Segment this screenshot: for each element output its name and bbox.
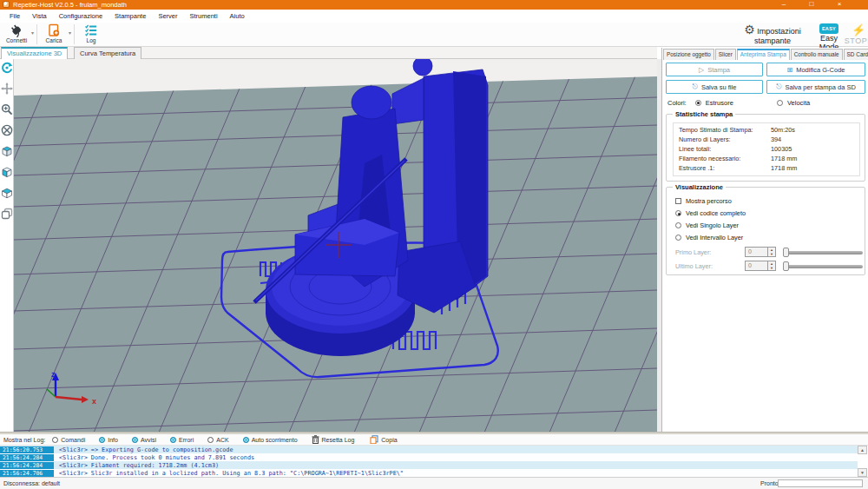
log-row: 21:56:20.753<Slic3r> => Exporting G-code… <box>0 446 858 453</box>
move-view-icon[interactable] <box>1 83 13 95</box>
log-timestamp: 21:56:20.753 <box>0 446 54 453</box>
ready-status: Pronto <box>760 480 779 486</box>
toolbar-divider <box>74 24 75 44</box>
copy-log-button[interactable]: Copia <box>370 435 397 444</box>
reset-log-button[interactable]: Resetta Log <box>312 435 355 444</box>
radio-layer-range[interactable]: Vedi Intervallo Layer <box>675 234 743 241</box>
spinner-arrows-icon[interactable]: ▲▼ <box>767 261 775 270</box>
menu-file[interactable]: File <box>3 12 26 20</box>
stat-value: 100305 <box>771 144 792 154</box>
toggle-comandi[interactable]: Comandi <box>52 437 85 443</box>
radio-velocita-icon <box>777 100 783 106</box>
menu-stampante[interactable]: Stampante <box>108 12 152 20</box>
zoom-icon[interactable] <box>1 103 13 116</box>
printer-settings-button[interactable]: ⚙ Impostazioni stampante <box>731 23 814 45</box>
print-statistics-group: Statistiche stampa Tempo Stimato di Stam… <box>666 114 865 182</box>
last-layer-label: Ultimo Layer: <box>675 262 713 270</box>
stat-row: Numero di Layers: 394 <box>674 135 861 144</box>
toggle-auto-scroll-label: Auto scorrimento <box>252 437 298 443</box>
emergency-stop-button[interactable]: ⚡ STOP!! <box>844 23 868 45</box>
menu-vista[interactable]: Vista <box>26 12 53 20</box>
first-layer-spinner[interactable]: 0 ▲▼ <box>745 247 776 257</box>
last-layer-slider[interactable] <box>783 265 863 268</box>
log-label: Log <box>76 37 106 44</box>
stat-value: 1718 mm <box>771 154 797 163</box>
print-button-label: Stampa <box>707 66 730 74</box>
stat-row: Estrusore .1: 1718 mm <box>674 163 861 173</box>
tab-curva-temperatura[interactable]: Curva Temperatura <box>74 47 141 59</box>
show-path-checkbox[interactable]: Mostra percorso <box>675 197 732 205</box>
connect-dropdown-icon[interactable]: ▾ <box>31 30 34 36</box>
scroll-down-icon[interactable]: ▼ <box>858 468 867 477</box>
menu-server[interactable]: Server <box>152 12 183 20</box>
right-tab-strip: Posizione oggetto Slicer Anteprima Stamp… <box>663 49 868 60</box>
toggle-ack[interactable]: ACK <box>207 437 228 443</box>
last-layer-value: 0 <box>748 262 752 268</box>
stat-label: Linee totali: <box>679 144 711 154</box>
svg-text:x: x <box>92 397 96 406</box>
view-tab-strip: Visualizzazione 3D Curva Temperatura <box>0 47 657 59</box>
print-statistics-box: Tempo Stimato di Stampa: 50m:20s Numero … <box>673 122 860 176</box>
checkbox-icon <box>675 198 681 204</box>
edit-gcode-label: Modifica G-Code <box>796 66 845 74</box>
save-for-sd-button[interactable]: ⎋ Salva per stampa da SD <box>766 80 865 94</box>
slider-handle[interactable] <box>783 248 789 257</box>
tab-sd-card[interactable]: SD Card <box>844 49 868 60</box>
front-view-icon[interactable] <box>1 166 13 178</box>
print-button[interactable]: ▷ Stampa <box>666 63 763 76</box>
load-button[interactable]: Carica <box>39 23 69 46</box>
log-message: <Slic3r> Slic3r installed in a loclized … <box>54 470 404 477</box>
export-icon: ⎋ <box>693 83 698 91</box>
log-row: 21:56:24.284<Slic3r> Filament required: … <box>0 461 858 469</box>
3d-viewport[interactable]: z x <box>14 59 657 433</box>
radio-velocita[interactable]: Velocità <box>777 99 810 107</box>
fit-view-icon[interactable] <box>1 124 13 136</box>
toggle-log-button[interactable]: Log <box>76 23 106 46</box>
save-to-file-button[interactable]: ⎋ Salva su file <box>666 80 763 94</box>
radio-full-code-label: Vedi codice completo <box>686 209 746 217</box>
maximize-button[interactable]: □ <box>800 0 823 10</box>
menu-strumenti[interactable]: Strumenti <box>183 12 223 20</box>
radio-full-code[interactable]: Vedi codice completo <box>675 209 746 217</box>
first-layer-slider[interactable] <box>783 251 863 254</box>
log-row: 21:56:24.284<Slic3r> Done. Process took … <box>0 453 858 461</box>
menu-aiuto[interactable]: Aiuto <box>224 12 251 20</box>
tab-posizione-oggetto[interactable]: Posizione oggetto <box>663 49 714 60</box>
log-scrollbar[interactable]: ▲ ▼ <box>858 446 867 477</box>
menu-configurazione[interactable]: Configurazione <box>53 12 108 20</box>
isometric-view-icon[interactable] <box>1 145 13 157</box>
stat-label: Numero di Layers: <box>679 135 731 144</box>
stat-row: Linee totali: 100305 <box>674 144 861 154</box>
view-tool-strip <box>0 59 14 433</box>
tab-slicer[interactable]: Slicer <box>715 49 736 60</box>
spinner-arrows-icon[interactable]: ▲▼ <box>767 248 775 256</box>
play-icon: ▷ <box>699 66 704 74</box>
log-message: <Slic3r> => Exporting G-code to composit… <box>54 446 233 453</box>
log-timestamp: 21:56:24.706 <box>0 470 54 477</box>
toggle-avvisi[interactable]: Avvisi <box>132 437 156 443</box>
toggle-info[interactable]: Info <box>99 437 118 443</box>
last-layer-spinner[interactable]: 0 ▲▼ <box>745 261 776 271</box>
tab-visualizzazione-3d[interactable]: Visualizzazione 3D <box>1 47 68 59</box>
edit-gcode-button[interactable]: ⊞ Modifica G-Code <box>766 63 865 76</box>
rotate-view-icon[interactable] <box>1 62 13 74</box>
tab-controllo-manuale[interactable]: Controllo manuale <box>791 49 843 60</box>
stop-label: STOP!! <box>845 36 868 45</box>
minimize-button[interactable]: – <box>773 0 795 10</box>
log-panel: Mostra nel Log: Comandi Info Avvisi Erro… <box>0 434 868 477</box>
close-button[interactable]: × <box>828 0 851 10</box>
radio-estrusore[interactable]: Estrusore <box>695 99 733 107</box>
tab-anteprima-stampa[interactable]: Anteprima Stampa <box>737 49 790 60</box>
toggle-errori[interactable]: Errori <box>170 437 194 443</box>
top-view-icon[interactable] <box>1 187 13 199</box>
radio-single-layer[interactable]: Vedi Singolo Layer <box>675 221 739 229</box>
last-layer-row: Ultimo Layer: 0 ▲▼ <box>675 262 859 270</box>
duplicate-view-icon[interactable] <box>1 208 13 220</box>
connect-button[interactable]: Connetti <box>2 23 31 46</box>
scroll-up-icon[interactable]: ▲ <box>858 446 867 454</box>
stat-value: 1718 mm <box>771 163 797 173</box>
radio-icon <box>675 235 681 241</box>
slider-handle[interactable] <box>783 261 789 271</box>
load-dropdown-icon[interactable]: ▾ <box>69 30 71 36</box>
toggle-auto-scroll[interactable]: Auto scorrimento <box>243 437 298 443</box>
